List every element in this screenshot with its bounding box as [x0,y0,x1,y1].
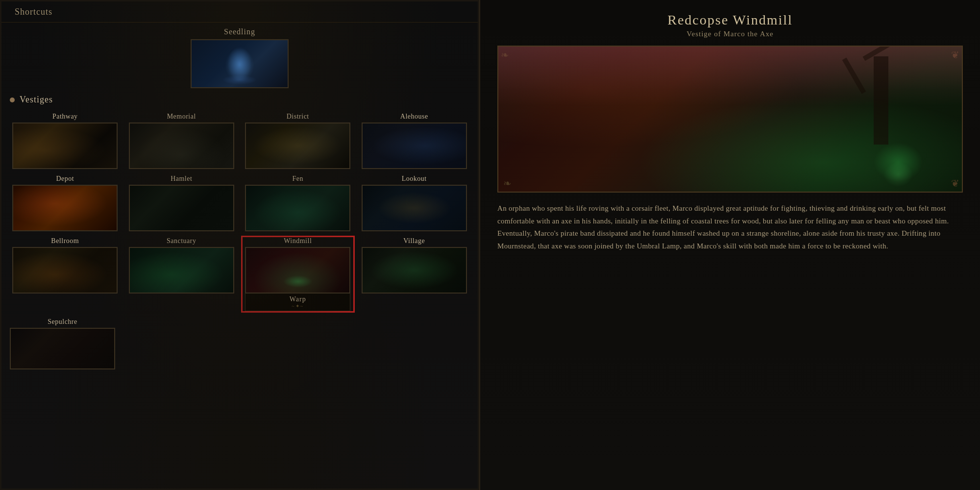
seedling-label: Seedling [224,27,255,36]
vestige-thumb-hamlet [129,185,234,231]
vestige-thumb-lookout [362,185,467,231]
main-container: Shortcuts Seedling Vestiges Pathway Memo… [0,0,980,490]
vestige-thumb-bellroom [12,247,118,294]
vestige-thumb-alehouse [362,122,467,169]
vestige-label-depot: Depot [56,175,74,183]
sepulchre-row: Sepulchre [0,315,479,372]
vestige-label-windmill: Windmill [284,237,312,245]
shortcuts-label: Shortcuts [15,7,52,17]
vestige-item-depot[interactable]: Depot [10,175,121,231]
vestige-item-sanctuary[interactable]: Sanctuary [126,237,237,311]
detail-subtitle: Vestige of Marco the Axe [497,30,963,38]
vestige-item-hamlet[interactable]: Hamlet [126,175,237,231]
vestiges-grid: Pathway Memorial District Alehouse Depot [0,109,479,315]
vestige-label-sanctuary: Sanctuary [167,237,196,245]
vestige-item-pathway[interactable]: Pathway [10,113,121,169]
vestige-item-district[interactable]: District [243,113,353,169]
vestige-item-sepulchre[interactable]: Sepulchre [10,318,115,369]
vestige-item-fen[interactable]: Fen [243,175,353,231]
vestige-label-memorial: Memorial [167,113,196,121]
vestige-label-village: Village [403,237,425,245]
detail-image: ❧ ❦ ❦ [497,46,963,193]
seedling-section: Seedling [0,23,479,91]
vestige-item-alehouse[interactable]: Alehouse [359,113,470,169]
vestige-thumb-memorial [129,122,234,169]
shortcuts-header: Shortcuts [0,0,479,23]
vestige-thumb-sepulchre [10,328,115,369]
vestige-label-sepulchre: Sepulchre [48,318,77,326]
ornament-bottom-right-icon: ❦ [951,177,959,189]
vestige-thumb-windmill [245,247,350,294]
detail-title: Redcopse Windmill [497,12,963,28]
vestiges-label: Vestiges [20,95,53,105]
warp-ornament: ~✦~ [292,303,304,309]
vestige-item-bellroom[interactable]: Bellroom [10,237,121,311]
vestige-label-alehouse: Alehouse [400,113,428,121]
vestige-label-district: District [287,113,309,121]
vestige-thumb-district [245,122,350,169]
left-panel: Shortcuts Seedling Vestiges Pathway Memo… [0,0,480,490]
vestige-label-fen: Fen [293,175,304,183]
vestiges-dot-icon [10,98,15,102]
vestige-thumb-depot [12,185,118,231]
vestige-item-memorial[interactable]: Memorial [126,113,237,169]
vestige-label-bellroom: Bellroom [51,237,79,245]
vestige-item-lookout[interactable]: Lookout [359,175,470,231]
vestige-thumb-sanctuary [129,247,234,294]
warp-button[interactable]: Warp ~✦~ [245,294,350,311]
vestige-item-windmill[interactable]: Windmill Warp ~✦~ [243,237,353,311]
right-panel: Redcopse Windmill Vestige of Marco the A… [480,0,980,490]
vestige-thumb-village [362,247,467,294]
detail-description: An orphan who spent his life roving with… [497,202,963,252]
vestiges-header: Vestiges [0,91,479,109]
vestige-thumb-fen [245,185,350,231]
vestige-item-village[interactable]: Village [359,237,470,311]
vestige-label-pathway: Pathway [52,113,78,121]
vestige-thumb-pathway [12,122,118,169]
warp-label: Warp [290,295,306,303]
vestige-label-hamlet: Hamlet [171,175,192,183]
vestige-label-lookout: Lookout [402,175,427,183]
seedling-thumbnail[interactable] [191,39,289,88]
